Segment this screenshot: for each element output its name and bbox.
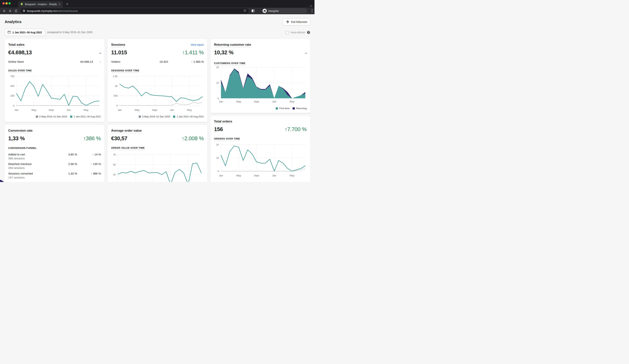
legend-item: 5 May 2019–31 Dec 2020 xyxy=(36,115,67,118)
svg-text:Jan: Jan xyxy=(219,174,223,177)
legend-swatch xyxy=(36,115,38,118)
average-order-value-title[interactable]: Average order value xyxy=(111,129,142,133)
sessions-over-time-heading[interactable]: SESSIONS OVER TIME xyxy=(111,69,140,73)
svg-text:May: May xyxy=(187,109,192,111)
svg-text:May: May xyxy=(135,109,140,111)
address-bar[interactable]: blueguarddk.myshopify.com/admin/dashboar… xyxy=(21,8,249,13)
svg-text:Sept: Sept xyxy=(254,174,259,177)
funnel-step-percent: 1,33 % xyxy=(55,172,77,175)
calendar-icon xyxy=(7,30,11,34)
forward-button[interactable] xyxy=(8,9,12,13)
svg-text:750: 750 xyxy=(10,75,14,78)
svg-text:1K: 1K xyxy=(115,85,118,88)
legend-item: 1 Jan 2021–30 Aug 2022 xyxy=(70,115,101,118)
browser-toolbar: blueguarddk.myshopify.com/admin/dashboar… xyxy=(0,7,314,14)
exit-fullscreen-button[interactable]: Exit fullscreen xyxy=(283,18,310,25)
help-icon[interactable]: ? xyxy=(307,31,310,34)
orders-over-time-heading[interactable]: ORDERS OVER TIME xyxy=(214,137,240,141)
total-orders-title[interactable]: Total orders xyxy=(214,120,232,124)
total-orders-change: ↑7.700 % xyxy=(285,126,307,132)
window-close-button[interactable] xyxy=(2,2,5,4)
dashboard-column-2: Sessions View report 11.015 ↑1.411 % Vis… xyxy=(107,39,207,182)
total-sales-title[interactable]: Total sales xyxy=(8,43,24,47)
total-sales-change: - xyxy=(100,50,101,56)
reload-button[interactable] xyxy=(14,9,18,13)
svg-text:S: S xyxy=(21,3,22,5)
sessions-title[interactable]: Sessions xyxy=(111,43,125,47)
svg-text:Jan: Jan xyxy=(14,109,18,111)
browser-window: S Blueguard · Analytics · Shopify xyxy=(0,0,314,182)
funnel-row: Added to cart3,60 %↑ 14 %396 sessions xyxy=(8,153,101,162)
view-report-link[interactable]: View report xyxy=(190,43,204,46)
tab-search-chevron-icon[interactable] xyxy=(310,4,312,7)
window-minimize-button[interactable] xyxy=(5,2,8,4)
legend-swatch xyxy=(276,107,278,109)
chat-bubble-button[interactable] xyxy=(0,180,5,182)
auto-refresh-label: Auto-refresh xyxy=(291,31,305,34)
exit-fullscreen-icon xyxy=(286,20,290,24)
exit-fullscreen-label: Exit fullscreen xyxy=(291,20,307,23)
legend-item: First-time xyxy=(276,107,289,110)
visitors-change: ↑ 1.565 % xyxy=(168,60,204,63)
lock-icon xyxy=(23,9,25,12)
dashboard-column-1: Total sales €4.698,13 - Online Store €4.… xyxy=(4,39,105,182)
funnel-step-change: ↑ 14 % xyxy=(77,153,101,156)
total-sales-value: €4.698,13 xyxy=(8,49,32,55)
new-tab-button[interactable] xyxy=(65,2,69,6)
svg-text:0: 0 xyxy=(218,170,219,173)
conversion-funnel-heading: CONVERSION FUNNEL xyxy=(8,147,37,150)
browser-menu-icon[interactable] xyxy=(312,9,313,13)
svg-text:Jan: Jan xyxy=(67,109,71,111)
average-order-value-value: €30,57 xyxy=(111,135,127,141)
funnel-step-change: ↑ 386 % xyxy=(77,172,101,175)
legend-swatch xyxy=(293,107,295,109)
svg-text:500: 500 xyxy=(114,94,118,97)
funnel-step-label: Sessions converted xyxy=(8,172,55,175)
svg-text:Jan: Jan xyxy=(118,109,122,111)
side-panel-icon[interactable] xyxy=(252,9,255,13)
svg-text:Sept: Sept xyxy=(152,109,157,111)
total-orders-card: Total orders 156 ↑7.700 % ORDERS OVER TI… xyxy=(210,116,310,182)
svg-text:10: 10 xyxy=(216,82,219,84)
svg-text:May: May xyxy=(84,109,89,111)
sales-over-time-heading[interactable]: SALES OVER TIME xyxy=(8,69,32,73)
svg-text:500: 500 xyxy=(10,85,14,88)
tab-close-icon[interactable] xyxy=(58,3,61,6)
funnel-step-sessions: 284 sessions xyxy=(8,166,101,170)
tab-strip: S Blueguard · Analytics · Shopify xyxy=(0,0,314,7)
page-title: Analytics xyxy=(5,20,21,24)
bookmark-star-icon[interactable] xyxy=(243,9,246,13)
svg-text:May: May xyxy=(290,174,295,177)
svg-text:May: May xyxy=(290,100,295,103)
conversion-rate-change: ↑386 % xyxy=(83,135,101,141)
conversion-rate-title[interactable]: Conversion rate xyxy=(8,129,32,133)
total-sales-card: Total sales €4.698,13 - Online Store €4.… xyxy=(4,39,105,122)
back-button[interactable] xyxy=(2,9,6,13)
dashboard-column-3: Returning customer rate 10,32 % - CUSTOM… xyxy=(210,39,310,182)
svg-text:0: 0 xyxy=(218,97,219,100)
returning-customer-rate-title[interactable]: Returning customer rate xyxy=(214,43,251,47)
svg-text:50: 50 xyxy=(113,163,116,166)
svg-text:May: May xyxy=(236,174,241,177)
svg-text:250: 250 xyxy=(10,94,14,97)
window-zoom-button[interactable] xyxy=(8,2,11,4)
funnel-step-sessions: 147 sessions xyxy=(8,176,101,179)
order-value-over-time-heading[interactable]: ORDER VALUE OVER TIME xyxy=(111,146,145,150)
customers-over-time-heading[interactable]: CUSTOMERS OVER TIME xyxy=(214,62,245,66)
analytics-page: Analytics Exit fullscreen 1 Jan 2021–30 … xyxy=(0,14,314,182)
svg-text:Jan: Jan xyxy=(272,174,276,177)
date-range-button[interactable]: 1 Jan 2021–30 Aug 2022 xyxy=(5,29,45,36)
svg-text:Sept: Sept xyxy=(49,109,54,111)
online-store-label: Online Store xyxy=(8,60,80,63)
orders-over-time-chart: 20100JanMaySeptJanMay xyxy=(210,116,310,182)
conversion-rate-value: 1,33 % xyxy=(8,135,25,141)
legend-item: 5 May 2019–31 Dec 2020 xyxy=(139,115,170,118)
compared-to-text: compared to 5 May 2019–31 Dec 2020 xyxy=(47,31,92,34)
auto-refresh-checkbox[interactable] xyxy=(286,31,289,34)
browser-tab[interactable]: S Blueguard · Analytics · Shopify xyxy=(18,1,63,7)
svg-text:Jan: Jan xyxy=(170,109,174,111)
sessions-value: 11.015 xyxy=(111,49,127,55)
funnel-step-percent: 3,60 % xyxy=(55,153,77,156)
returning-customer-rate-change: - xyxy=(305,50,307,56)
svg-text:Jan: Jan xyxy=(272,100,276,103)
